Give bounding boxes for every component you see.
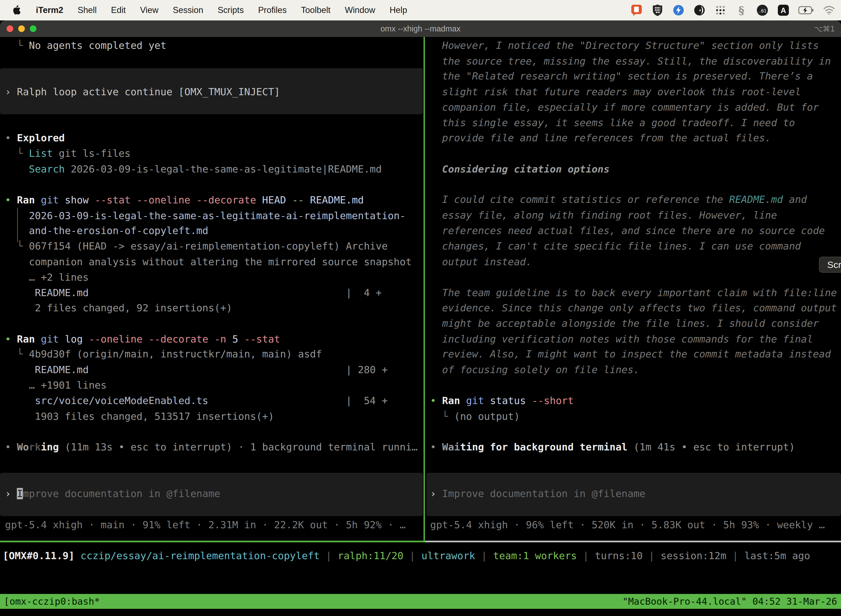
chat-icon[interactable] [630,4,643,16]
svg-text:..61: ..61 [758,8,767,13]
reasoning-p1: provide file and line references from th… [430,130,771,146]
reasoning-p2: I could cite commit statistics or refere… [430,192,807,207]
explored-header: • Explored [5,130,65,146]
git-show-file-2: and-the-erosion-of-copyleft.md [5,223,208,238]
reasoning-p1: this single essay, it seems like a good … [430,115,795,131]
prompt-input: › Improve documentation in @filename [430,486,645,502]
bolt-icon[interactable] [672,4,685,16]
reasoning-p2: essay file, along with finding root file… [430,208,777,223]
menu-item-scripts[interactable]: Scripts [218,5,244,15]
tmux-status-bar: [omx-cczip0:bash* "MacBook-Pro-44.local"… [0,594,841,609]
menu-status-icons: § ..61 A [630,4,841,16]
working-status: • Working (11m 13s • esc to interrupt) ·… [5,439,418,455]
reasoning-p3: of focusing solely on file lines. [430,362,640,378]
git-status-output: └ (no output) [430,409,520,424]
reasoning-p1: the source tree, missing the essay. Stil… [430,54,831,69]
reasoning-p1: companion file, especially if more comme… [430,100,819,115]
agents-status-line: └ No agents completed yet [5,38,166,53]
reasoning-p1: the "Related research writing" section i… [430,69,813,84]
git-show-file-1: 2026-03-09-is-legal-the-same-as-legitima… [5,208,406,224]
model-status: gpt-5.4 xhigh · 96% left · 520K in · 5.8… [430,517,825,532]
menu-item-shell[interactable]: Shell [78,5,97,15]
git-show-summary: 2 files changed, 92 insertions(+) [5,300,232,316]
ran-git-show: • Ran git show --stat --oneline --decora… [5,192,364,208]
git-show-commit-2: companion analysis without altering the … [5,254,412,270]
git-show-commit: └ 067f154 (HEAD -> essay/ai-reimplementa… [5,238,388,254]
reasoning-p3: might be acceptable alongside the file l… [430,316,819,331]
omx-status-line: [OMX#0.11.9] cczip/essay/ai-reimplementa… [0,548,841,563]
ran-git-log: • Ran git log --oneline --decorate -n 5 … [5,331,280,347]
git-log-stat-2: src/voice/voiceModeEnabled.ts | 54 + [5,393,388,408]
ran-git-status: • Ran git status --short [430,393,574,408]
git-log-more: … +1901 lines [5,378,107,393]
battery-icon[interactable] [798,4,815,16]
tmux-pane-left[interactable]: └ No agents completed yet› Ralph loop ac… [0,37,423,541]
menu-items: iTerm2ShellEditViewSessionScriptsProfile… [36,5,407,15]
menu-item-window[interactable]: Window [345,5,375,15]
tmux-host-clock: "MacBook-Pro-44.local" 04:52 31-Mar-26 [623,596,837,607]
pane-border-bottom-left [0,541,425,542]
reasoning-p3: including verification notes with those … [430,331,813,347]
menu-item-profiles[interactable]: Profiles [258,5,286,15]
git-show-stat: README.md | 4 + [5,285,382,301]
reasoning-p3: review. Also, I might want to inspect th… [430,346,831,362]
close-button[interactable] [7,25,13,32]
pane-divider-vertical[interactable] [423,37,425,541]
reasoning-p1: However, I noticed the "Directory Struct… [430,38,819,53]
zoom-button[interactable] [30,25,37,32]
shield-icon[interactable] [651,4,664,16]
git-log-stat-1: README.md | 280 + [5,362,388,378]
reasoning-p3: The team guideline is to back every impo… [430,285,837,301]
wifi-icon[interactable] [823,4,835,16]
tmux-session-name: [omx-cczip0:bash* [4,596,100,607]
minimize-button[interactable] [18,25,25,32]
model-status: gpt-5.4 xhigh · main · 91% left · 2.31M … [5,517,406,532]
reasoning-p2: changes, I can't cite specific file line… [430,238,801,254]
reasoning-p1: slight risk that future readers may over… [430,84,801,100]
omx-session-status: [OMX#0.11.9] cczip/essay/ai-reimplementa… [3,548,810,563]
menu-left: iTerm2ShellEditViewSessionScriptsProfile… [0,4,407,16]
menu-bar: iTerm2ShellEditViewSessionScriptsProfile… [0,0,841,21]
ralph-loop-command: › Ralph loop active continue [OMX_TMUX_I… [5,84,280,100]
tmux-pane-right[interactable]: However, I noticed the "Directory Struct… [426,37,841,541]
git-log-summary: 1903 files changed, 513517 insertions(+) [5,409,274,424]
git-log-commit: └ 4b9d30f (origin/main, instructkr/main,… [5,346,322,362]
badge-61-icon[interactable]: ..61 [756,4,769,16]
terminal-content: └ No agents completed yet› Ralph loop ac… [0,37,841,616]
screen-tooltip: Scre [819,257,841,273]
window-controls [7,25,37,32]
menu-item-iterm2[interactable]: iTerm2 [36,5,63,15]
explored-search: Search 2026-03-09-is-legal-the-same-as-l… [5,161,382,177]
waiting-status: • Waiting for background terminal (1m 41… [430,439,795,455]
menu-item-toolbelt[interactable]: Toolbelt [301,5,331,15]
a-app-icon[interactable]: A [777,4,790,16]
title-bar[interactable]: omx --xhigh --madmax ⌥⌘1 [0,21,841,37]
svg-text:A: A [781,6,786,15]
iterm-window: omx --xhigh --madmax ⌥⌘1 └ No agents com… [0,21,841,616]
reasoning-heading: Considering citation options [430,161,610,177]
git-show-more: … +2 lines [5,270,89,285]
window-title: omx --xhigh --madmax [381,24,460,34]
prompt-input: › Improve documentation in @filename [5,486,220,502]
reasoning-p2: output instead. [430,254,532,270]
reasoning-p3: evidence. Since this change only affects… [430,300,837,316]
squiggle-icon[interactable]: § [735,4,748,16]
reasoning-p2: references need actual files, and since … [430,223,825,238]
menu-item-edit[interactable]: Edit [111,5,126,15]
apple-logo-icon[interactable] [12,4,22,16]
menu-item-view[interactable]: View [140,5,159,15]
menu-item-session[interactable]: Session [173,5,203,15]
window-shortcut-badge: ⌥⌘1 [814,25,835,33]
menu-item-help[interactable]: Help [390,5,407,15]
crescent-icon[interactable] [693,4,706,16]
explored-list: └ List git ls-files [5,146,130,161]
dots-grid-icon[interactable] [714,4,727,16]
screen-tooltip-text: Scre [827,260,841,270]
